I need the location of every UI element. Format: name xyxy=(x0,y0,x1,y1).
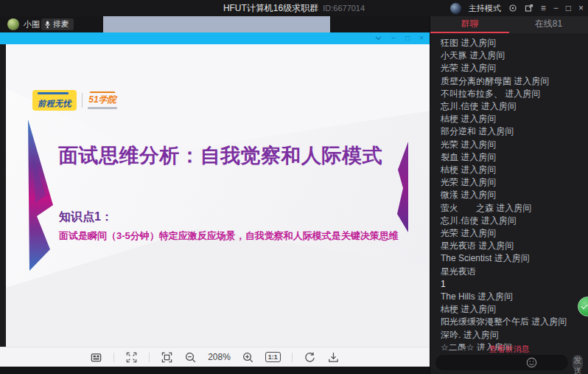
toolbar-divider xyxy=(149,353,150,362)
chat-message: 阳光缓缓弥漫整个午后 进入房间 xyxy=(441,316,588,328)
chat-message: 部分逆和 进入房间 xyxy=(441,125,588,138)
chat-message: 不叫拉布拉多、 进入房间 xyxy=(441,88,588,100)
fullscreen-button[interactable] xyxy=(125,351,138,364)
chat-message: 星光夜语 xyxy=(441,266,588,278)
chat-message: 桔梗 进入房间 xyxy=(441,303,588,316)
chat-message: 深吟. 进入房间 xyxy=(441,329,588,342)
chat-sidebar: 群聊 在线81 狂图 进入房间小天豚 进入房间光荣 进入房间质壁分离的酵母菌 进… xyxy=(430,16,588,374)
chat-message: 桔梗 进入房间 xyxy=(441,164,588,176)
logo-micro-text xyxy=(38,92,69,94)
chat-message: The Scientist 进入房间 xyxy=(441,252,588,265)
actual-size-button[interactable]: 1:1 xyxy=(265,352,281,362)
logo-micro-text-2 xyxy=(88,107,117,109)
video-placeholder[interactable] xyxy=(103,16,330,32)
chat-message: 狂图 进入房间 xyxy=(441,37,588,49)
slide-layout-button[interactable] xyxy=(90,351,102,364)
microphone-icon xyxy=(45,21,50,29)
menu-icon[interactable]: ≡ xyxy=(541,0,546,16)
chat-message: 忘川.信使 进入房间 xyxy=(441,100,588,113)
chat-message: 1 xyxy=(441,278,588,291)
slide-logo: 前程无忧 51学院 xyxy=(32,90,117,111)
logo-51job: 前程无忧 xyxy=(32,90,77,111)
logo-divider xyxy=(82,93,83,108)
chat-message: 光荣 进入房间 xyxy=(441,62,588,75)
slide[interactable]: 前程无忧 51学院 面试思维分析：自我觉察和人际模式 知识点1： 面试是瞬间（3… xyxy=(6,44,430,347)
app-window: HFUT计算机16级求职群 ID:6677014 主持模式 ≡ − □ × 小圈 xyxy=(0,0,588,374)
host-avatar[interactable] xyxy=(450,3,461,14)
chat-message: 裂血 进入房间 xyxy=(441,151,588,164)
chat-message: 质壁分离的酵母菌 进入房间 xyxy=(441,75,588,88)
chat-message: The Hills 进入房间 xyxy=(441,291,588,303)
host-mode-label: 主持模式 xyxy=(469,3,501,14)
chat-message: 星光夜语 进入房间 xyxy=(441,240,588,252)
deck-window-controls: − □ × xyxy=(375,32,424,44)
titlebar-controls: 主持模式 ≡ − □ × xyxy=(450,0,584,16)
knowledge-point-text: 面试是瞬间（3-5分钟）特定应激反应场景，自我觉察和人际模式是关键决策思维 xyxy=(59,229,399,243)
chat-message-list[interactable]: 狂图 进入房间小天豚 进入房间光荣 进入房间质壁分离的酵母菌 进入房间不叫拉布拉… xyxy=(430,35,588,350)
sidebar-tabs: 群聊 在线81 xyxy=(430,16,588,33)
slide-area: 前程无忧 51学院 面试思维分析：自我觉察和人际模式 知识点1： 面试是瞬间（3… xyxy=(0,44,430,347)
popout-share-icon[interactable] xyxy=(525,4,533,13)
stage-area: 小圈 排麦 − □ × xyxy=(0,16,430,374)
user-avatar[interactable] xyxy=(7,18,19,30)
deck-close-icon[interactable]: × xyxy=(419,32,424,44)
view-new-messages-link[interactable]: 查看新消息 xyxy=(430,344,588,355)
logo-roof-shape xyxy=(89,91,115,93)
send-button[interactable]: 发送 xyxy=(573,355,583,370)
chat-message: 忘川.信使 进入房间 xyxy=(441,215,588,227)
chat-input[interactable] xyxy=(435,355,568,370)
room-id: ID:6677014 xyxy=(323,4,365,13)
slide-title: 面试思维分析：自我觉察和人际模式 xyxy=(58,142,382,169)
close-icon[interactable]: × xyxy=(578,0,584,16)
logo-51academy: 51学院 xyxy=(88,91,117,109)
chat-message: 小天豚 进入房间 xyxy=(441,49,588,62)
deck-window-header[interactable]: − □ × xyxy=(0,32,430,44)
zoom-level-value: 208% xyxy=(208,352,231,362)
room-title: HFUT计算机16级求职群 xyxy=(223,2,318,15)
minimize-icon[interactable]: − xyxy=(553,0,559,16)
queue-mic-button[interactable]: 排麦 xyxy=(41,18,74,30)
download-button[interactable] xyxy=(327,351,340,364)
knowledge-point-label: 知识点1： xyxy=(59,209,113,225)
fit-screen-button[interactable] xyxy=(161,351,173,364)
deck-toolbar: 208% 1:1 xyxy=(0,347,430,367)
zoom-out-button[interactable] xyxy=(184,351,197,364)
tab-online-count[interactable]: 在线81 xyxy=(509,16,588,33)
settings-gear-icon[interactable] xyxy=(508,4,517,13)
chat-input-row: 发送 xyxy=(435,355,583,370)
toolbar-divider xyxy=(113,353,114,362)
deck-maximize-icon[interactable]: □ xyxy=(405,32,410,44)
deck-minimize-icon[interactable]: − xyxy=(391,32,396,44)
rotate-button[interactable] xyxy=(304,351,316,364)
emoji-icon[interactable] xyxy=(526,357,537,368)
maximize-icon[interactable]: □ xyxy=(566,0,571,16)
user-row: 小圈 排麦 xyxy=(0,16,430,32)
chat-message: 微漾 进入房间 xyxy=(441,189,588,201)
collapse-chevron-icon[interactable] xyxy=(375,36,382,41)
chat-message: 光荣 进入房间 xyxy=(441,176,588,189)
chat-message: 桔梗 进入房间 xyxy=(441,113,588,125)
titlebar: HFUT计算机16级求职群 ID:6677014 主持模式 ≡ − □ × xyxy=(0,0,588,16)
queue-mic-label: 排麦 xyxy=(53,19,69,30)
chat-message: 光荣 进入房间 xyxy=(441,139,588,151)
chat-message: 萤火 之森 进入房间 xyxy=(441,202,588,215)
zoom-in-button[interactable] xyxy=(242,351,254,364)
bottom-strip xyxy=(0,367,430,374)
chat-message: 光荣 进入房间 xyxy=(441,227,588,240)
current-user: 小圈 xyxy=(7,18,40,30)
user-name: 小圈 xyxy=(24,19,40,30)
tab-group-chat[interactable]: 群聊 xyxy=(430,16,509,33)
toolbar-divider xyxy=(292,353,293,362)
